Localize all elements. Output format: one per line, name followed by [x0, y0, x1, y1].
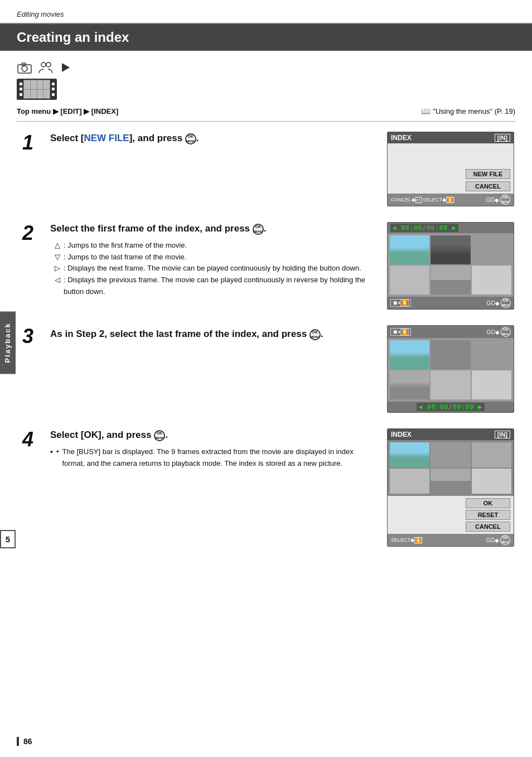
video-cell-2-6: [472, 266, 511, 295]
go-ok-3: GO◆OKMENU: [486, 327, 511, 337]
step-3-title: As in Step 2, select the last frame of t…: [50, 327, 376, 341]
video-cell-2-3: [472, 235, 511, 264]
step-2-ok-btn: OKMENU: [253, 224, 264, 235]
step-2-number: 2: [22, 222, 39, 243]
step-4-title: Select [OK], and press OKMENU.: [50, 428, 376, 442]
menu-ref-text: "Using the menus" (P. 19): [433, 107, 515, 115]
camera-icon: [17, 61, 32, 74]
ok-btn-screen4[interactable]: OK: [466, 498, 510, 508]
index-screen-4-top: INDEX [IN]: [388, 429, 514, 440]
video-cell-2-4: [390, 266, 429, 295]
video-cell-3-2: [431, 340, 470, 369]
main-content: 1 Select [NEW FILE], and press OKMENU. I…: [0, 122, 532, 586]
timecode-2: ◀ 00:00/00:00 ▶: [390, 224, 458, 232]
chapter-number: 5: [0, 530, 16, 548]
filmstrip-left-holes: [18, 80, 23, 99]
go-ok-1: GO◆OKMENU: [486, 195, 510, 205]
cancel-btn-screen4[interactable]: CANCEL: [466, 522, 510, 532]
result-frame-1: [390, 442, 429, 467]
book-icon: 📖: [421, 107, 431, 115]
filmstrip-icon: [17, 79, 57, 100]
video-cell-2-5: [431, 266, 470, 295]
top-heading: Editing movies: [0, 0, 532, 23]
video-cell-3-4: [390, 370, 429, 399]
side-tab-container: Playback 5: [0, 122, 16, 586]
index-screen-1-top: INDEX [IN]: [388, 132, 514, 143]
step-1-ok-btn: OKMENU: [185, 133, 196, 144]
video-top-bar-2: ◀ 00:00/00:00 ▶: [388, 223, 514, 233]
video-screen-2: ◀ 00:00/00:00 ▶ ⏹◆⏬ GO◆OKMENU: [387, 222, 514, 310]
bottom-left-label-1: CANCEL◆↵ SELECT◆⏫: [391, 197, 454, 202]
new-file-btn[interactable]: NEW FILE: [466, 169, 510, 179]
index-screen-4-body: OK RESET CANCEL: [388, 496, 514, 534]
step-3-number: 3: [22, 325, 39, 346]
step-1-highlight: NEW FILE: [84, 133, 129, 143]
index-badge-4: [IN]: [495, 431, 510, 438]
step-4-row: 4 Select [OK], and press OKMENU. • The […: [22, 418, 515, 552]
video-cell-3-3: [472, 340, 511, 369]
result-frame-2: [431, 442, 470, 467]
filmstrip-cells: [23, 80, 50, 99]
video-bottom-bar-2: ⏹◆⏬ GO◆OKMENU: [388, 297, 514, 309]
step-2-title: Select the first frame of the index, and…: [50, 222, 376, 235]
timecode-3: ◀ 00:00/00:00 ▶: [417, 403, 485, 411]
step-1-row: 1 Select [NEW FILE], and press OKMENU. I…: [22, 122, 515, 212]
people-icon: [38, 61, 54, 74]
step-3-text: As in Step 2, select the last frame of t…: [50, 325, 376, 345]
bullet-right: ▷ : Displays the next frame. The movie c…: [50, 263, 376, 274]
icons-row: [0, 51, 532, 76]
step-4-number: 4: [22, 428, 39, 450]
step-2-screen: ◀ 00:00/00:00 ▶ ⏹◆⏬ GO◆OKMENU: [387, 222, 515, 310]
step-2-text: Select the first frame of the index, and…: [50, 222, 376, 298]
svg-point-1: [22, 66, 27, 71]
page-number: 86: [17, 737, 32, 746]
video-cell-3-1: [390, 340, 429, 369]
index-screen-1-bottom: CANCEL◆↵ SELECT◆⏫ GO◆OKMENU: [388, 194, 514, 206]
step-1-screen: INDEX [IN] NEW FILE CANCEL CANCEL◆↵ SELE…: [387, 132, 515, 206]
playback-tab: Playback: [0, 311, 16, 374]
playback-icon: [59, 61, 71, 74]
filmstrip-icon-row: [0, 79, 532, 103]
result-frame-6: [472, 469, 511, 494]
svg-point-4: [46, 62, 51, 67]
result-frame-5: [431, 469, 470, 494]
nav-icons-2: ⏹◆⏬: [390, 299, 411, 307]
step-3-screen: ⏹◆⏬ GO◆OKMENU ◀ 00:00/00:0: [387, 325, 515, 413]
step-2-row: 2 Select the first frame of the index, a…: [22, 212, 515, 315]
bullet-left: ◁ : Displays the previous frame. The mov…: [50, 274, 376, 298]
video-screen-3: ⏹◆⏬ GO◆OKMENU ◀ 00:00/00:0: [387, 325, 514, 413]
svg-rect-2: [22, 63, 26, 65]
step-3-row: 3 As in Step 2, select the last frame of…: [22, 315, 515, 418]
index-screen-1: INDEX [IN] NEW FILE CANCEL CANCEL◆↵ SELE…: [387, 132, 514, 206]
bottom-spacer: [22, 552, 515, 586]
video-cell-3-5: [431, 370, 470, 399]
video-bottom-bar-3: ◀ 00:00/00:00 ▶: [388, 402, 514, 412]
bullet-up: △ : Jumps to the first frame of the movi…: [50, 240, 376, 252]
menu-path-row: Top menu ▶ [EDIT] ▶ [INDEX] 📖 "Using the…: [0, 103, 532, 121]
video-cell-2-1: [390, 235, 429, 264]
step-4-text: Select [OK], and press OKMENU. • The [BU…: [50, 428, 376, 469]
index-badge: [IN]: [495, 134, 510, 142]
step-1-title: Select [NEW FILE], and press OKMENU.: [50, 132, 376, 145]
result-frame-3: [472, 442, 511, 467]
step-4-body: • The [BUSY] bar is displayed. The 9 fra…: [50, 446, 376, 470]
cancel-btn-screen1[interactable]: CANCEL: [466, 181, 510, 191]
bullet-dot-4: •: [56, 446, 59, 470]
menu-path-left: Top menu ▶ [EDIT] ▶ [INDEX]: [17, 107, 118, 115]
result-frames-grid: [388, 440, 514, 496]
bullet-down: ▽ : Jumps to the last frame of the movie…: [50, 252, 376, 263]
step-1-text: Select [NEW FILE], and press OKMENU.: [50, 132, 376, 150]
video-cell-2-2: [431, 235, 470, 264]
video-cell-3-6: [472, 370, 511, 399]
reset-btn-screen4[interactable]: RESET: [466, 510, 510, 520]
index-screen-1-body: NEW FILE CANCEL: [388, 143, 514, 194]
index-screen-4-bottom: SELECT◆⏫ GO◆OKMENU: [388, 534, 514, 546]
video-grid-2: [388, 233, 514, 297]
index-screen-4: INDEX [IN] OK RESET: [387, 428, 514, 547]
svg-marker-5: [62, 63, 70, 72]
index-title-4: INDEX: [391, 431, 412, 438]
go-ok-4: GO◆OKMENU: [486, 535, 510, 545]
nav-icons-3: ⏹◆⏬: [390, 328, 411, 336]
step-3-ok-btn: OKMENU: [309, 329, 321, 340]
result-frame-4: [390, 469, 429, 494]
